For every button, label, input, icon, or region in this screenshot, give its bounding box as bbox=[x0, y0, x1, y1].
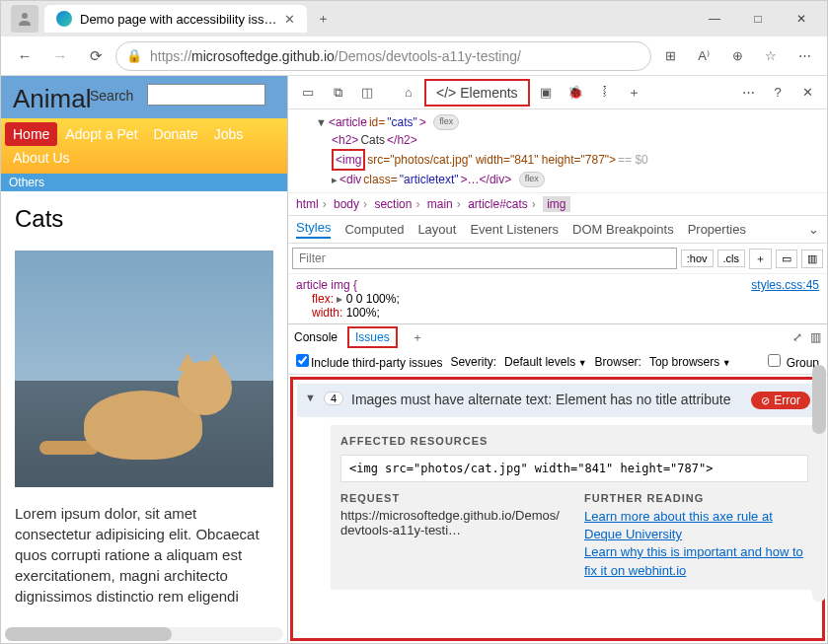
profile-button[interactable] bbox=[11, 5, 38, 33]
shopping-icon[interactable]: ⊞ bbox=[655, 41, 685, 71]
help-icon[interactable]: ? bbox=[764, 79, 791, 107]
devtools-menu-icon[interactable]: ⋯ bbox=[734, 79, 762, 107]
cat-image bbox=[15, 250, 273, 487]
svg-point-0 bbox=[22, 13, 28, 19]
reading-link-2[interactable]: Learn why this is important and how to f… bbox=[584, 543, 808, 579]
hov-button[interactable]: :hov bbox=[681, 250, 714, 267]
page-heading: Cats bbox=[15, 205, 273, 233]
affected-heading: AFFECTED RESOURCES bbox=[340, 435, 808, 447]
third-party-checkbox[interactable]: Include third-party issues bbox=[296, 354, 442, 370]
refresh-button[interactable]: ⟳ bbox=[80, 40, 112, 72]
content-area: Animal Search Home Adopt a Pet Donate Jo… bbox=[1, 76, 827, 643]
rendered-page: Animal Search Home Adopt a Pet Donate Jo… bbox=[1, 76, 287, 643]
menu-icon[interactable]: ⋯ bbox=[790, 41, 819, 71]
nav-donate[interactable]: Donate bbox=[146, 122, 206, 146]
pane-button[interactable]: ▥ bbox=[801, 250, 823, 268]
url-text: https://microsoftedge.github.io/Demos/de… bbox=[150, 48, 640, 64]
paragraph: Lorem ipsum dolor, sit amet consectetur … bbox=[15, 503, 273, 607]
styles-tabs: Styles Computed Layout Event Listeners D… bbox=[288, 216, 827, 244]
toggle-button[interactable]: ▭ bbox=[776, 250, 797, 268]
tab-computed[interactable]: Computed bbox=[344, 222, 404, 237]
address-bar: ← → ⟳ 🔒 https://microsoftedge.github.io/… bbox=[1, 36, 827, 76]
group-checkbox[interactable] bbox=[768, 354, 781, 367]
issues-area: ▼ 4 Images must have alternate text: Ele… bbox=[290, 377, 825, 641]
selected-img-node[interactable]: <img src="photos/cat.jpg" width="841" he… bbox=[296, 149, 819, 171]
tab-event-listeners[interactable]: Event Listeners bbox=[470, 222, 559, 237]
search-label: Search bbox=[90, 88, 133, 104]
devtools-toolbar: ▭ ⧉ ◫ ⌂ </> Elements ▣ 🐞 ⸾ ＋ ⋯ ? ✕ bbox=[288, 76, 827, 109]
error-badge: Error bbox=[751, 392, 810, 409]
breadcrumb[interactable]: html› body› section› main› article#cats›… bbox=[288, 192, 827, 216]
tab-issues[interactable]: Issues bbox=[347, 326, 398, 348]
dock-icon[interactable]: ◫ bbox=[353, 79, 381, 107]
inspect-icon[interactable]: ▭ bbox=[294, 79, 322, 107]
main-nav: Home Adopt a Pet Donate Jobs About Us bbox=[1, 118, 287, 174]
title-bar: Demo page with accessibility iss… ✕ ＋ — … bbox=[1, 1, 827, 36]
nav-jobs[interactable]: Jobs bbox=[206, 122, 252, 146]
elements-tab[interactable]: </> Elements bbox=[424, 79, 530, 107]
site-banner: Animal Search bbox=[1, 76, 287, 118]
drawer-expand-icon[interactable]: ⤢ bbox=[792, 330, 802, 344]
vertical-scrollbar[interactable] bbox=[812, 365, 826, 602]
url-field[interactable]: 🔒 https://microsoftedge.github.io/Demos/… bbox=[115, 41, 651, 71]
browser-window: Demo page with accessibility iss… ✕ ＋ — … bbox=[0, 0, 828, 644]
new-style-button[interactable]: ＋ bbox=[749, 249, 772, 269]
affected-code[interactable]: <img src="photos/cat.jpg" width="841" he… bbox=[340, 455, 808, 482]
issue-card[interactable]: ▼ 4 Images must have alternate text: Ele… bbox=[297, 384, 818, 417]
browser-tab[interactable]: Demo page with accessibility iss… ✕ bbox=[44, 5, 307, 33]
reading-link-1[interactable]: Learn more about this axe rule at Deque … bbox=[584, 508, 808, 543]
browser-dropdown[interactable]: Top browsers bbox=[649, 355, 731, 369]
cls-button[interactable]: .cls bbox=[717, 250, 746, 267]
request-url[interactable]: https://microsoftedge.github.io/Demos/de… bbox=[340, 508, 565, 537]
severity-dropdown[interactable]: Default levels bbox=[504, 355, 586, 369]
tab-properties[interactable]: Properties bbox=[688, 222, 746, 237]
request-heading: REQUEST bbox=[340, 492, 565, 504]
network-icon[interactable]: ⸾ bbox=[591, 79, 619, 107]
close-window-button[interactable]: ✕ bbox=[780, 4, 823, 34]
read-aloud-icon[interactable]: A⁾ bbox=[689, 41, 718, 71]
nav-about[interactable]: About Us bbox=[5, 146, 78, 170]
issue-title: Images must have alternate text: Element… bbox=[351, 392, 743, 407]
sources-icon[interactable]: 🐞 bbox=[562, 79, 589, 107]
device-icon[interactable]: ⧉ bbox=[324, 79, 351, 107]
new-tab-button[interactable]: ＋ bbox=[307, 10, 339, 28]
chevron-icon[interactable]: ⌄ bbox=[808, 222, 819, 237]
page-main: Cats Lorem ipsum dolor, sit amet consect… bbox=[1, 191, 287, 620]
tab-close-icon[interactable]: ✕ bbox=[284, 12, 295, 27]
collections-icon[interactable]: ⊕ bbox=[722, 41, 752, 71]
search-input[interactable] bbox=[147, 84, 265, 106]
css-rule[interactable]: styles.css:45 article img { flex: ▸ 0 0 … bbox=[288, 274, 827, 323]
lock-icon: 🔒 bbox=[126, 48, 142, 63]
code-icon: </> bbox=[436, 85, 456, 101]
more-tabs-icon[interactable]: ＋ bbox=[621, 79, 648, 107]
edge-favicon bbox=[56, 11, 72, 27]
styles-filter-bar: :hov .cls ＋ ▭ ▥ bbox=[288, 244, 827, 274]
minimize-button[interactable]: — bbox=[693, 4, 736, 34]
nav-adopt[interactable]: Adopt a Pet bbox=[57, 122, 145, 146]
dom-tree[interactable]: ▼<article id="cats"> flex <h2>Cats</h2> … bbox=[288, 109, 827, 192]
browser-label: Browser: bbox=[595, 355, 641, 369]
maximize-button[interactable]: □ bbox=[736, 4, 780, 34]
nav-home[interactable]: Home bbox=[5, 122, 57, 146]
drawer-dock-icon[interactable]: ▥ bbox=[810, 330, 821, 344]
welcome-icon[interactable]: ⌂ bbox=[395, 79, 422, 107]
forward-button: → bbox=[44, 40, 76, 72]
tab-styles[interactable]: Styles bbox=[296, 220, 331, 239]
devtools-panel: ▭ ⧉ ◫ ⌂ </> Elements ▣ 🐞 ⸾ ＋ ⋯ ? ✕ ▼<art bbox=[287, 76, 827, 643]
devtools-close-icon[interactable]: ✕ bbox=[793, 79, 821, 107]
source-link[interactable]: styles.css:45 bbox=[751, 278, 819, 292]
reading-heading: FURTHER READING bbox=[584, 492, 808, 504]
issue-count-badge: 4 bbox=[324, 392, 343, 405]
chevron-down-icon[interactable]: ▼ bbox=[305, 392, 316, 403]
tab-dom-breakpoints[interactable]: DOM Breakpoints bbox=[572, 222, 674, 237]
horizontal-scrollbar[interactable] bbox=[5, 627, 283, 641]
add-drawer-tab-icon[interactable]: ＋ bbox=[408, 329, 427, 346]
back-button[interactable]: ← bbox=[9, 40, 40, 72]
styles-filter-input[interactable] bbox=[292, 248, 677, 269]
favorite-icon[interactable]: ☆ bbox=[756, 41, 786, 71]
console-icon[interactable]: ▣ bbox=[532, 79, 560, 107]
tab-console[interactable]: Console bbox=[294, 330, 338, 344]
others-bar[interactable]: Others bbox=[1, 174, 287, 191]
issues-filter-bar: Include third-party issues Severity: Def… bbox=[288, 350, 827, 375]
tab-layout[interactable]: Layout bbox=[417, 222, 456, 237]
